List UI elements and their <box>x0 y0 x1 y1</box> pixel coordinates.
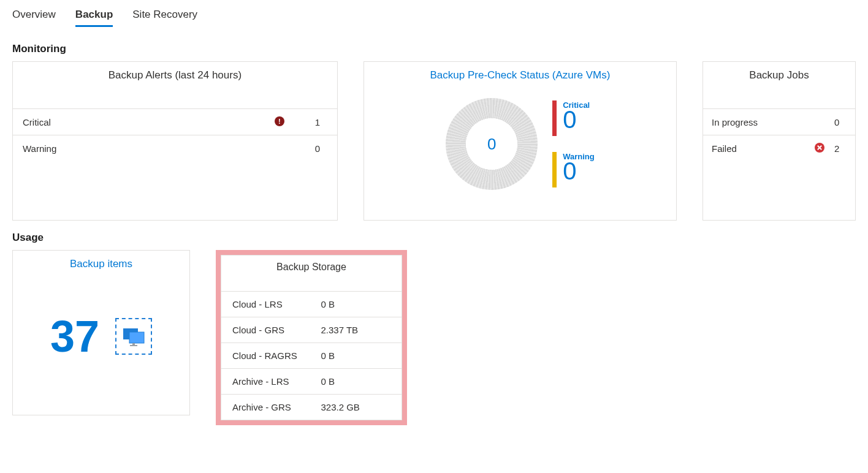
legend-value: 0 <box>563 159 595 183</box>
jobs-label: Failed <box>712 143 815 154</box>
backup-alerts-card[interactable]: Backup Alerts (last 24 hours) Critical 1… <box>12 61 338 221</box>
monitoring-cards: Backup Alerts (last 24 hours) Critical 1… <box>12 61 856 221</box>
storage-label: Archive - GRS <box>232 402 321 412</box>
storage-row-archive-lrs[interactable]: Archive - LRS 0 B <box>221 368 402 394</box>
storage-row-cloud-lrs[interactable]: Cloud - LRS 0 B <box>221 291 402 317</box>
no-icon <box>275 143 286 154</box>
storage-row-archive-grs[interactable]: Archive - GRS 323.2 GB <box>221 394 402 420</box>
storage-label: Archive - LRS <box>232 376 321 387</box>
storage-value: 2.337 TB <box>321 325 390 335</box>
storage-value: 323.2 GB <box>321 402 390 412</box>
backup-storage-card[interactable]: Backup Storage Cloud - LRS 0 B Cloud - G… <box>221 255 402 420</box>
legend-critical[interactable]: Critical 0 <box>552 100 595 136</box>
svg-rect-4 <box>130 345 137 346</box>
jobs-row-failed[interactable]: Failed 2 <box>703 135 855 161</box>
precheck-total: 0 <box>466 118 517 170</box>
precheck-body: 0 Critical 0 Warning 0 <box>364 86 676 197</box>
storage-value: 0 B <box>321 299 390 309</box>
backup-jobs-card[interactable]: Backup Jobs In progress 0 Failed 2 <box>702 61 856 221</box>
alert-label: Critical <box>23 117 275 127</box>
backup-alerts-title: Backup Alerts (last 24 hours) <box>13 62 337 108</box>
svg-rect-1 <box>129 332 144 343</box>
jobs-label: In progress <box>712 117 815 127</box>
backup-storage-title: Backup Storage <box>221 255 402 291</box>
svg-rect-3 <box>132 343 135 345</box>
alert-value: 1 <box>315 117 327 127</box>
alert-row-critical[interactable]: Critical 1 <box>13 108 337 135</box>
jobs-row-in-progress[interactable]: In progress 0 <box>703 108 855 135</box>
alert-label: Warning <box>23 143 275 154</box>
storage-value: 0 B <box>321 350 390 361</box>
legend-value: 0 <box>563 107 590 132</box>
precheck-donut-chart: 0 <box>446 98 538 190</box>
precheck-title[interactable]: Backup Pre-Check Status (Azure VMs) <box>364 62 676 86</box>
error-icon <box>815 143 826 154</box>
usage-cards: Backup items 37 Backup Storage Cloud - L… <box>12 250 856 425</box>
alert-row-warning[interactable]: Warning 0 <box>13 135 337 161</box>
tab-site-recovery[interactable]: Site Recovery <box>132 5 197 26</box>
jobs-value: 2 <box>834 143 847 154</box>
legend-bar-icon <box>552 100 557 136</box>
precheck-legend: Critical 0 Warning 0 <box>552 100 595 187</box>
backup-items-title[interactable]: Backup items <box>13 251 189 275</box>
tabs: Overview Backup Site Recovery <box>12 0 856 26</box>
precheck-card[interactable]: Backup Pre-Check Status (Azure VMs) 0 Cr… <box>364 61 677 221</box>
alert-value: 0 <box>315 143 327 154</box>
backup-items-card[interactable]: Backup items 37 <box>12 250 190 415</box>
tab-overview[interactable]: Overview <box>12 5 56 26</box>
tab-backup[interactable]: Backup <box>75 5 113 26</box>
storage-row-cloud-ragrs[interactable]: Cloud - RAGRS 0 B <box>221 342 402 368</box>
no-icon <box>815 116 826 127</box>
legend-bar-icon <box>552 152 557 187</box>
monitoring-heading: Monitoring <box>12 43 856 55</box>
jobs-value: 0 <box>834 117 847 127</box>
legend-warning[interactable]: Warning 0 <box>552 152 595 187</box>
storage-label: Cloud - RAGRS <box>232 350 321 361</box>
storage-row-cloud-grs[interactable]: Cloud - GRS 2.337 TB <box>221 317 402 342</box>
backup-items-icon <box>115 318 152 355</box>
backup-storage-highlight: Backup Storage Cloud - LRS 0 B Cloud - G… <box>216 250 407 425</box>
storage-label: Cloud - GRS <box>232 325 321 335</box>
backup-items-body: 37 <box>13 275 189 398</box>
critical-icon <box>275 116 286 127</box>
storage-label: Cloud - LRS <box>232 299 321 309</box>
storage-value: 0 B <box>321 376 390 387</box>
usage-heading: Usage <box>12 232 856 244</box>
backup-items-count: 37 <box>50 314 99 358</box>
backup-jobs-title: Backup Jobs <box>703 62 855 108</box>
